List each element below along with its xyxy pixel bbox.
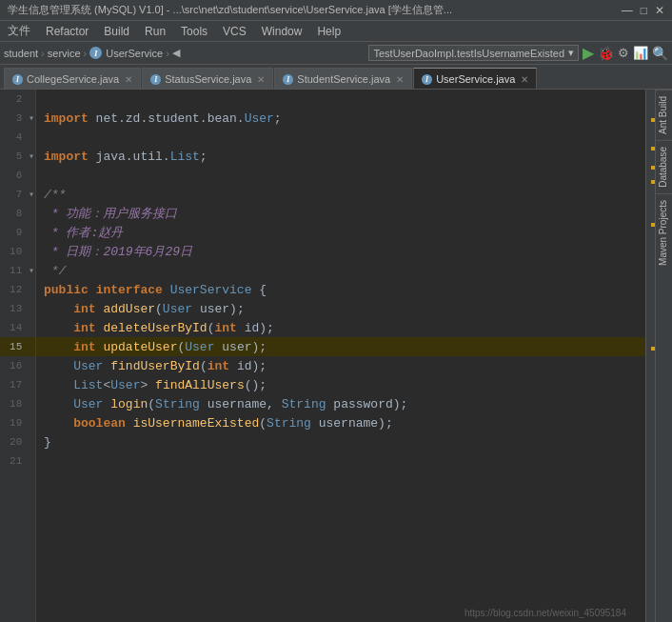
code-line-13: int addUser(User user); xyxy=(36,299,645,318)
coverage-button[interactable]: ⚙ xyxy=(618,46,629,60)
editor-tabs: I CollegeService.java ✕ I StatusService.… xyxy=(0,65,672,90)
code-line-17: List<User> findAllUsers(); xyxy=(36,375,645,394)
breadcrumb-userservice[interactable]: UserService xyxy=(106,48,163,59)
tab-label-user: UserService.java xyxy=(436,73,515,85)
gutter: 2 3▾ 4 5▾ 6 7▾ 8 9 10 11▾ 12 13 14 15 16… xyxy=(0,90,36,622)
code-line-5: import java.util.List; xyxy=(36,147,645,166)
code-area[interactable]: import net.zd.student.bean.User; import … xyxy=(36,90,645,622)
right-panels: Ant Build Database Maven Projects xyxy=(655,90,672,622)
menu-item-vcs[interactable]: VCS xyxy=(215,21,254,41)
title-text: 学生信息管理系统 (MySQL) V1.0] - ...\src\net\zd\… xyxy=(8,3,622,17)
method-dropdown[interactable]: TestUserDaoImpl.testIsUsernameExisted ▾ xyxy=(368,45,579,61)
breadcrumb-student[interactable]: student xyxy=(4,48,38,59)
tab-statusservice[interactable]: I StatusService.java ✕ xyxy=(142,68,273,89)
tab-close-student[interactable]: ✕ xyxy=(396,74,404,85)
nav-back-icon[interactable]: ◀ xyxy=(172,47,180,59)
tab-userservice[interactable]: I UserService.java ✕ xyxy=(413,68,537,89)
code-line-10: * 日期：2019年6月29日 xyxy=(36,242,645,261)
title-bar: 学生信息管理系统 (MySQL) V1.0] - ...\src\net\zd\… xyxy=(0,0,672,21)
tab-label-status: StatusService.java xyxy=(165,73,251,85)
code-line-9: * 作者:赵丹 xyxy=(36,223,645,242)
minimize-button[interactable]: — xyxy=(622,4,633,17)
database-panel-tab[interactable]: Database xyxy=(656,140,672,193)
debug-button[interactable]: 🐞 xyxy=(598,46,614,61)
code-line-15: 💡 int updateUser(User user); xyxy=(36,337,645,356)
method-name: TestUserDaoImpl.testIsUsernameExisted xyxy=(373,48,564,59)
code-line-20: } xyxy=(36,432,645,451)
tab-label-college: CollegeService.java xyxy=(27,73,119,85)
menu-item-run[interactable]: Run xyxy=(137,21,173,41)
code-line-18: User login(String username, String passw… xyxy=(36,394,645,413)
tab-collegeservice[interactable]: I CollegeService.java ✕ xyxy=(4,68,141,89)
code-line-19: boolean isUsernameExisted(String usernam… xyxy=(36,413,645,432)
run-button[interactable]: ▶ xyxy=(583,44,594,62)
nav-bar: student › service › I UserService › ◀ Te… xyxy=(0,42,672,65)
tab-icon-student: I xyxy=(283,74,293,85)
breadcrumb-sep3: › xyxy=(166,48,169,59)
code-line-6 xyxy=(36,166,645,185)
tab-studentservice[interactable]: I StudentService.java ✕ xyxy=(274,68,412,89)
menu-item-tools[interactable]: Tools xyxy=(173,21,215,41)
code-line-8: * 功能：用户服务接口 xyxy=(36,204,645,223)
code-line-14: int deleteUserById(int id); xyxy=(36,318,645,337)
code-line-12: public interface UserService { xyxy=(36,280,645,299)
code-line-16: User findUserById(int id); xyxy=(36,356,645,375)
breadcrumb-sep2: › xyxy=(84,48,88,59)
maven-panel-tab[interactable]: Maven Projects xyxy=(656,193,672,271)
code-line-11: */ xyxy=(36,261,645,280)
search-button[interactable]: 🔍 xyxy=(652,46,668,61)
maximize-button[interactable]: □ xyxy=(641,4,647,17)
tab-icon-status: I xyxy=(150,74,161,85)
menu-item-refactor[interactable]: Refactor xyxy=(38,21,96,41)
menu-item-help[interactable]: Help xyxy=(309,21,348,41)
title-bar-controls: — □ ✕ xyxy=(622,4,664,17)
tab-close-college[interactable]: ✕ xyxy=(125,74,132,85)
scrollbar-right[interactable] xyxy=(645,90,655,622)
dropdown-arrow-icon: ▾ xyxy=(568,47,574,59)
profile-button[interactable]: 📊 xyxy=(633,46,648,60)
tab-icon-college: I xyxy=(12,74,23,85)
tab-icon-user: I xyxy=(422,74,432,85)
tab-label-student: StudentService.java xyxy=(297,73,390,85)
menu-item-window[interactable]: Window xyxy=(254,21,310,41)
menu-item-file[interactable]: 文件 xyxy=(0,21,38,41)
breadcrumb-sep1: › xyxy=(41,48,45,59)
code-line-2 xyxy=(36,90,645,109)
watermark: https://blog.csdn.net/weixin_45095184 xyxy=(464,608,626,618)
code-line-3: import net.zd.student.bean.User; xyxy=(36,109,645,128)
breadcrumb: student › service › I UserService › ◀ xyxy=(4,47,180,59)
nav-toolbar: TestUserDaoImpl.testIsUsernameExisted ▾ … xyxy=(368,44,668,62)
menu-bar: 文件 Refactor Build Run Tools VCS Window H… xyxy=(0,21,672,42)
close-button[interactable]: ✕ xyxy=(655,4,664,17)
code-line-7: /** xyxy=(36,185,645,204)
tab-close-status[interactable]: ✕ xyxy=(257,74,265,85)
editor-container: 2 3▾ 4 5▾ 6 7▾ 8 9 10 11▾ 12 13 14 15 16… xyxy=(0,90,672,622)
menu-item-build[interactable]: Build xyxy=(96,21,137,41)
code-line-21 xyxy=(36,451,645,471)
breadcrumb-service[interactable]: service xyxy=(48,48,81,59)
code-line-4 xyxy=(36,128,645,147)
ant-build-panel-tab[interactable]: Ant Build xyxy=(656,90,672,140)
nav-icon-userservice: I xyxy=(89,47,102,59)
tab-close-user[interactable]: ✕ xyxy=(521,74,528,85)
